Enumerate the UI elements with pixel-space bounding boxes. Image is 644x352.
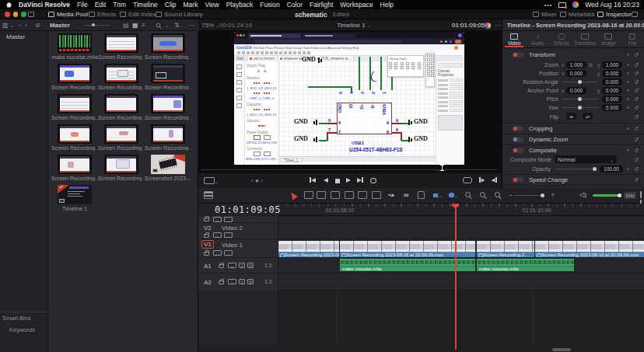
zoom-y-field[interactable]: 1.000 — [602, 61, 622, 68]
menu-help[interactable]: Help — [380, 1, 394, 9]
timeline-clip-v1-4[interactable]: Screen Recording 2023-08-16 at 20.09.09.… — [535, 241, 644, 257]
tab-transition[interactable]: Transition — [573, 31, 597, 47]
anchor-y-field[interactable]: 0.000 — [602, 87, 622, 94]
opacity-reset-icon[interactable]: ↺ — [634, 165, 639, 173]
media-item[interactable]: Screen Recording ... — [51, 155, 98, 181]
tab-file[interactable]: File — [621, 31, 644, 47]
media-item[interactable]: Screenshot 2023-... — [145, 155, 191, 181]
dynamic-zoom-section[interactable]: Dynamic Zoom ↺ — [502, 134, 644, 145]
go-to-end-button[interactable] — [357, 177, 363, 185]
zoom-x-field[interactable]: 1.000 — [566, 61, 586, 68]
step-back-button[interactable] — [324, 177, 328, 185]
inspector-more-icon[interactable]: ⋯ — [635, 22, 642, 29]
selection-tool-icon[interactable] — [290, 192, 296, 200]
zoom-in-icon[interactable]: + — [551, 191, 555, 199]
insert-clip-icon[interactable] — [345, 191, 354, 200]
media-item[interactable]: Screen Recording ... — [145, 64, 191, 90]
position-reset-icon[interactable]: ↺ — [634, 69, 639, 78]
media-item[interactable]: Screen Recording ... — [145, 33, 191, 60]
media-item[interactable]: Screen Recording ... — [51, 64, 98, 90]
anchor-keyframe-icon[interactable]: + — [626, 86, 630, 95]
thumb-size-slider[interactable] — [84, 25, 110, 26]
speed-change-toggle[interactable] — [513, 177, 523, 183]
media-item[interactable]: Screen Recording ... — [98, 33, 145, 60]
zoom-keyframe-icon[interactable]: + — [626, 61, 630, 69]
cropping-section[interactable]: Cropping + ↺ — [502, 124, 644, 134]
zoom-link-icon[interactable]: ⧉ — [589, 61, 593, 69]
speed-change-reset-icon[interactable]: ↺ — [634, 175, 639, 185]
back-icon[interactable]: ‹ — [19, 22, 21, 29]
menu-clip[interactable]: Clip — [165, 1, 177, 9]
menu-color[interactable]: Color — [287, 1, 303, 9]
loop-button[interactable] — [370, 178, 376, 186]
media-item[interactable]: ✓ Timeline 1 — [51, 185, 98, 211]
list-view-icon[interactable]: ≡ — [142, 22, 145, 29]
media-item[interactable]: Screen Recording ... — [98, 64, 145, 90]
zoom-reset-icon[interactable]: ↺ — [634, 61, 639, 69]
yaw-reset-icon[interactable]: ↺ — [634, 103, 639, 112]
keywords-label[interactable]: Keywords — [0, 322, 48, 333]
rotation-keyframe-icon[interactable]: + — [626, 78, 630, 86]
marker-icon[interactable]: ⌄ — [449, 191, 458, 199]
menu-fusion[interactable]: Fusion — [260, 1, 280, 9]
timeline-audio-clip-2[interactable]: make noooise.m4a — [477, 259, 574, 271]
cropping-reset-icon[interactable]: ↺ — [634, 124, 639, 134]
menu-view[interactable]: View — [205, 1, 219, 9]
media-item[interactable]: Screen Recording ... — [51, 94, 98, 120]
viewer-scrub-bar[interactable] — [201, 169, 498, 170]
zoom-out-icon[interactable]: − — [509, 191, 513, 199]
trim-edit-icon[interactable] — [304, 191, 313, 200]
tab-audio[interactable]: ♪Audio — [526, 31, 549, 47]
composite-mode-reset-icon[interactable]: ↺ — [634, 155, 639, 164]
yaw-field[interactable]: 0.000 — [602, 104, 622, 111]
layout-icon[interactable] — [632, 9, 638, 19]
track-v2-lane[interactable] — [278, 224, 644, 239]
sort-icon[interactable]: ⇅ — [174, 22, 180, 29]
flip-reset-icon[interactable]: ↺ — [634, 112, 639, 121]
track-header-a1[interactable]: A1 ↔ S M 1.0 — [198, 258, 278, 274]
zoom-full-icon[interactable] — [465, 191, 471, 199]
thumbnail-view-icon[interactable]: ▦ — [132, 22, 138, 29]
search-chevron-icon[interactable]: ⌄ — [164, 22, 170, 29]
pitch-reset-icon[interactable]: ↺ — [634, 95, 639, 103]
track-header-a2[interactable]: A2 ↔ S M 1.0 — [198, 274, 278, 291]
rotation-reset-icon[interactable]: ↺ — [634, 78, 639, 86]
overwrite-clip-icon[interactable] — [358, 191, 367, 200]
track-a2-lane[interactable] — [278, 274, 644, 291]
transform-reset-icon[interactable]: ↺ — [634, 50, 639, 60]
menu-workspace[interactable]: Workspace — [340, 1, 373, 9]
inspector-button[interactable]: Inspector — [597, 9, 632, 19]
anchor-x-field[interactable]: 0.000 — [566, 87, 586, 94]
tab-effects[interactable]: Effects — [550, 31, 573, 47]
position-x-field[interactable]: 0.000 — [566, 70, 586, 77]
pitch-keyframe-icon[interactable]: + — [626, 95, 630, 103]
transform-add-keyframe-icon[interactable]: + — [626, 50, 630, 60]
flip-vertical-button[interactable]: ▴▾ — [583, 113, 593, 120]
dynamic-trim-icon[interactable] — [317, 191, 326, 200]
replace-clip-icon[interactable] — [372, 191, 381, 200]
transform-toggle[interactable] — [513, 52, 523, 58]
match-frame-icon[interactable] — [463, 177, 472, 186]
composite-section[interactable]: Composite + ↺ — [502, 145, 644, 155]
blade-tool-icon[interactable] — [331, 191, 340, 200]
mixer-button[interactable]: Mixer — [533, 9, 557, 19]
track-header-v2[interactable]: V2 Video 2 ↔ — [198, 224, 278, 239]
position-keyframe-icon[interactable]: + — [626, 69, 630, 78]
apple-menu-icon[interactable] — [6, 2, 12, 8]
menu-file[interactable]: File — [77, 1, 88, 9]
audio-level-slider[interactable] — [593, 194, 620, 197]
track-header-v1[interactable]: V1 Video 1 ↔ — [198, 239, 278, 258]
composite-add-icon[interactable]: + — [626, 145, 630, 155]
yaw-keyframe-icon[interactable]: + — [626, 103, 630, 112]
opacity-field[interactable]: 100.00 — [600, 166, 623, 173]
composite-reset-icon[interactable]: ↺ — [634, 145, 639, 155]
rotation-field[interactable]: 0.000 — [602, 78, 622, 85]
pitch-field[interactable]: 0.000 — [602, 96, 622, 103]
thumb-size-handle[interactable] — [92, 23, 95, 26]
opacity-keyframe-icon[interactable]: + — [626, 165, 630, 173]
opacity-slider[interactable] — [555, 169, 594, 169]
track-v3-lane[interactable] — [278, 216, 644, 224]
flag-icon[interactable]: ⌄ — [433, 191, 443, 199]
retime-icon[interactable]: ↝ — [388, 191, 394, 199]
search-icon[interactable] — [156, 23, 161, 30]
